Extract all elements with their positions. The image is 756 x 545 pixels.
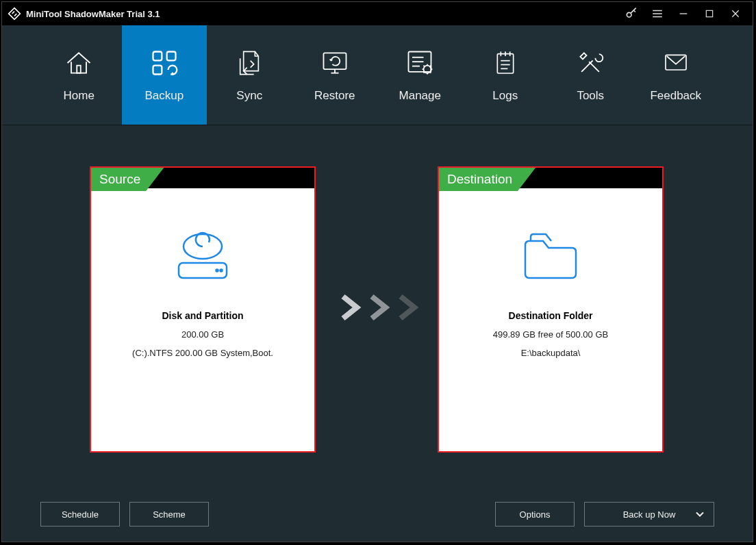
- backup-now-label: Back up Now: [623, 509, 676, 520]
- nav-feedback-label: Feedback: [650, 89, 701, 103]
- transfer-arrows-icon: [338, 294, 423, 321]
- destination-tab-row: Destination: [439, 168, 662, 191]
- app-window: MiniTool ShadowMaker Trial 3.1: [1, 1, 753, 542]
- titlebar: MiniTool ShadowMaker Trial 3.1: [2, 2, 753, 25]
- nav-manage[interactable]: Manage: [377, 25, 463, 125]
- manage-icon: [405, 48, 435, 78]
- feedback-icon: [661, 48, 691, 78]
- maximize-button[interactable]: [696, 2, 722, 25]
- destination-free: 499.89 GB free of 500.00 GB: [493, 329, 608, 340]
- folder-icon: [518, 229, 583, 284]
- source-size: 200.00 GB: [181, 329, 224, 340]
- caret-down-icon: [696, 509, 704, 520]
- scheme-button-label: Scheme: [153, 509, 186, 520]
- nav-logs-label: Logs: [492, 89, 518, 103]
- source-title: Disk and Partition: [162, 310, 243, 321]
- svg-rect-12: [323, 53, 346, 69]
- nav-sync[interactable]: Sync: [207, 25, 292, 125]
- nav-restore-label: Restore: [314, 89, 355, 103]
- svg-rect-11: [153, 65, 162, 74]
- content-area: Source Disk and Partition 200.00 GB (C:)…: [2, 125, 753, 542]
- main-nav: Home Backup Sync: [2, 25, 753, 125]
- minimize-button[interactable]: [670, 2, 696, 25]
- bottom-bar: Schedule Scheme Options Back up Now: [2, 487, 753, 542]
- logs-icon: [490, 48, 520, 78]
- svg-rect-20: [497, 53, 513, 73]
- app-title: MiniTool ShadowMaker Trial 3.1: [26, 9, 160, 19]
- app-logo-icon: [8, 7, 21, 21]
- source-detail: (C:).NTFS 200.00 GB System,Boot.: [132, 348, 273, 358]
- backup-icon: [149, 48, 179, 78]
- svg-point-30: [220, 270, 223, 272]
- key-icon[interactable]: [618, 2, 644, 25]
- tools-icon: [575, 48, 605, 78]
- svg-rect-9: [153, 51, 162, 60]
- close-button[interactable]: [722, 2, 748, 25]
- destination-panel[interactable]: Destination Destination Folder 499.89 GB…: [438, 166, 664, 453]
- nav-backup-label: Backup: [144, 89, 184, 103]
- nav-restore[interactable]: Restore: [292, 25, 378, 125]
- menu-icon[interactable]: [644, 2, 670, 25]
- svg-rect-10: [166, 51, 175, 60]
- schedule-button-label: Schedule: [62, 509, 99, 520]
- nav-sync-label: Sync: [236, 89, 262, 103]
- sync-icon: [234, 48, 264, 78]
- svg-rect-8: [77, 65, 81, 73]
- svg-point-29: [216, 270, 218, 272]
- nav-home-label: Home: [64, 89, 94, 103]
- source-tab-row: Source: [91, 168, 314, 191]
- destination-title: Destination Folder: [509, 310, 593, 321]
- backup-now-button[interactable]: Back up Now: [584, 502, 714, 527]
- svg-point-0: [627, 12, 631, 17]
- nav-home[interactable]: Home: [36, 25, 122, 125]
- destination-tab: Destination: [439, 168, 536, 191]
- scheme-button[interactable]: Scheme: [129, 502, 209, 527]
- source-panel[interactable]: Source Disk and Partition 200.00 GB (C:)…: [90, 166, 316, 453]
- options-button[interactable]: Options: [495, 502, 575, 527]
- disk-icon: [173, 229, 232, 284]
- nav-logs[interactable]: Logs: [463, 25, 549, 125]
- nav-backup[interactable]: Backup: [122, 25, 207, 125]
- nav-tools[interactable]: Tools: [548, 25, 633, 125]
- options-button-label: Options: [520, 509, 551, 520]
- schedule-button[interactable]: Schedule: [40, 502, 120, 527]
- svg-rect-5: [706, 10, 712, 16]
- nav-tools-label: Tools: [577, 89, 604, 103]
- home-icon: [64, 48, 94, 78]
- restore-icon: [320, 48, 350, 78]
- destination-path: E:\backupdata\: [521, 348, 581, 358]
- nav-feedback[interactable]: Feedback: [633, 25, 719, 125]
- source-tab: Source: [91, 168, 164, 191]
- nav-manage-label: Manage: [399, 89, 441, 103]
